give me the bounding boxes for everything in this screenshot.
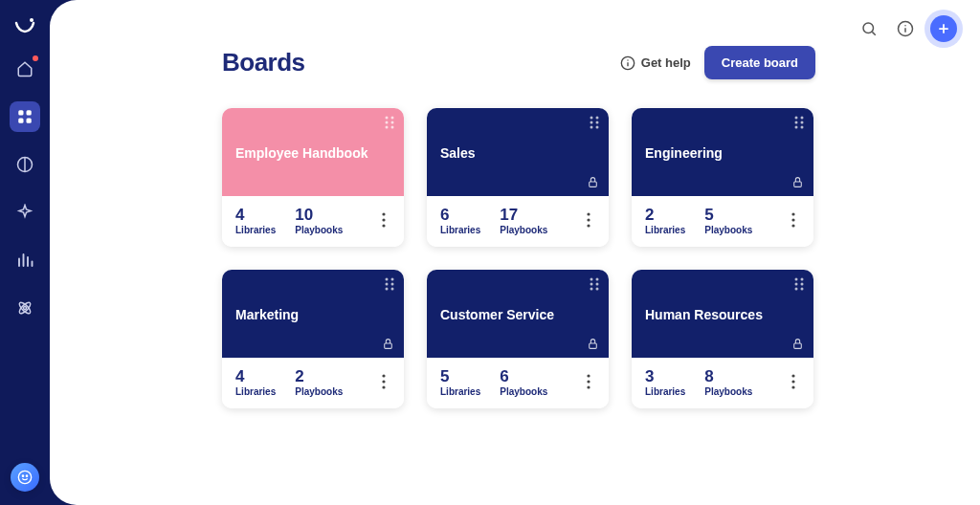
notification-dot [33, 55, 38, 61]
more-options-button[interactable] [578, 371, 599, 392]
lock-icon [587, 176, 599, 188]
svg-point-42 [587, 218, 590, 221]
svg-point-62 [382, 380, 385, 383]
header-actions: Get help Create board [620, 46, 815, 79]
svg-point-64 [590, 278, 593, 281]
more-options-button[interactable] [373, 371, 394, 392]
board-card[interactable]: Engineering2Libraries5Playbooks [632, 108, 813, 247]
libraries-count: 3 [645, 367, 685, 386]
svg-point-30 [391, 126, 394, 129]
playbooks-stat: 6Playbooks [500, 367, 547, 397]
drag-handle-icon[interactable] [794, 116, 804, 129]
svg-point-51 [791, 212, 794, 215]
svg-point-66 [590, 283, 593, 286]
plus-icon [937, 22, 950, 35]
sidebar-item-atom[interactable] [10, 293, 40, 323]
svg-point-0 [30, 18, 33, 22]
topbar [858, 15, 957, 42]
search-button[interactable] [858, 17, 880, 40]
board-card-footer: 3Libraries8Playbooks [632, 358, 813, 408]
board-card-footer: 4Libraries10Playbooks [222, 196, 404, 247]
board-card[interactable]: Sales6Libraries17Playbooks [427, 108, 609, 247]
svg-point-28 [391, 121, 394, 124]
playbooks-stat: 10Playbooks [295, 206, 343, 235]
board-card[interactable]: Marketing4Libraries2Playbooks [222, 270, 404, 408]
svg-point-63 [382, 385, 385, 388]
lock-icon [382, 338, 394, 350]
svg-point-55 [391, 278, 394, 281]
libraries-label: Libraries [440, 386, 480, 397]
playbooks-count: 5 [704, 206, 752, 225]
main-panel: Boards Get help Create board Employee Ha… [50, 0, 980, 505]
coffee-icon [16, 156, 33, 173]
home-icon [16, 60, 33, 77]
libraries-label: Libraries [645, 225, 685, 235]
brand-logo[interactable] [13, 13, 36, 36]
create-board-button[interactable]: Create board [704, 46, 815, 79]
svg-point-35 [596, 117, 599, 120]
board-card[interactable]: Human Resources3Libraries8Playbooks [632, 270, 813, 408]
board-card-header: Employee Handbook [222, 108, 404, 196]
svg-point-9 [24, 307, 27, 310]
boards-grid: Employee Handbook4Libraries10PlaybooksSa… [222, 108, 815, 408]
drag-handle-icon[interactable] [385, 116, 394, 129]
more-options-button[interactable] [783, 371, 804, 392]
sidebar-item-boards[interactable] [10, 101, 40, 132]
sidebar-item-home[interactable] [10, 54, 40, 84]
get-help-link[interactable]: Get help [620, 55, 691, 71]
svg-point-26 [391, 117, 394, 120]
board-title: Employee Handbook [235, 144, 390, 162]
content: Boards Get help Create board Employee Ha… [50, 0, 980, 447]
svg-point-71 [587, 374, 590, 377]
more-options-button[interactable] [578, 209, 599, 231]
lock-icon [587, 338, 599, 350]
sidebar-item-sparkle[interactable] [10, 197, 40, 228]
svg-rect-50 [794, 182, 802, 187]
libraries-stat: 3Libraries [645, 367, 685, 397]
sidebar-item-coffee[interactable] [10, 149, 40, 180]
atom-icon [16, 299, 33, 317]
svg-point-75 [801, 278, 804, 281]
svg-point-15 [863, 23, 874, 33]
board-card[interactable]: Employee Handbook4Libraries10Playbooks [222, 108, 404, 247]
header-row: Boards Get help Create board [222, 46, 815, 79]
board-card-footer: 2Libraries5Playbooks [632, 196, 813, 247]
libraries-label: Libraries [235, 225, 276, 235]
quick-add-button[interactable] [930, 15, 957, 42]
libraries-stat: 2Libraries [645, 206, 685, 235]
playbooks-label: Playbooks [295, 386, 343, 397]
lock-icon [791, 338, 804, 350]
more-options-button[interactable] [373, 209, 394, 231]
sidebar [0, 0, 50, 505]
search-icon [860, 20, 878, 37]
feedback-button[interactable] [11, 463, 39, 492]
playbooks-label: Playbooks [704, 225, 752, 235]
svg-rect-2 [27, 110, 32, 115]
board-card-header: Marketing [222, 270, 404, 358]
more-options-button[interactable] [783, 209, 804, 231]
board-card[interactable]: Customer Service5Libraries6Playbooks [427, 270, 609, 408]
svg-point-25 [386, 117, 389, 120]
svg-point-68 [590, 288, 593, 291]
drag-handle-icon[interactable] [590, 277, 599, 291]
board-card-header: Customer Service [427, 270, 609, 358]
svg-point-77 [801, 283, 804, 286]
svg-point-72 [587, 380, 590, 383]
playbooks-label: Playbooks [500, 225, 547, 235]
svg-point-67 [596, 283, 599, 286]
libraries-count: 2 [645, 206, 685, 225]
libraries-label: Libraries [235, 386, 276, 397]
playbooks-stat: 8Playbooks [704, 367, 752, 397]
svg-point-24 [627, 59, 628, 60]
drag-handle-icon[interactable] [794, 277, 804, 291]
sidebar-item-analytics[interactable] [10, 245, 40, 275]
drag-handle-icon[interactable] [385, 277, 394, 291]
info-button[interactable] [894, 17, 917, 40]
playbooks-label: Playbooks [704, 386, 752, 397]
board-card-header: Engineering [632, 108, 813, 196]
libraries-count: 4 [235, 206, 276, 225]
svg-point-33 [382, 224, 385, 227]
svg-point-78 [795, 288, 798, 291]
svg-rect-60 [385, 343, 392, 348]
drag-handle-icon[interactable] [590, 116, 599, 129]
